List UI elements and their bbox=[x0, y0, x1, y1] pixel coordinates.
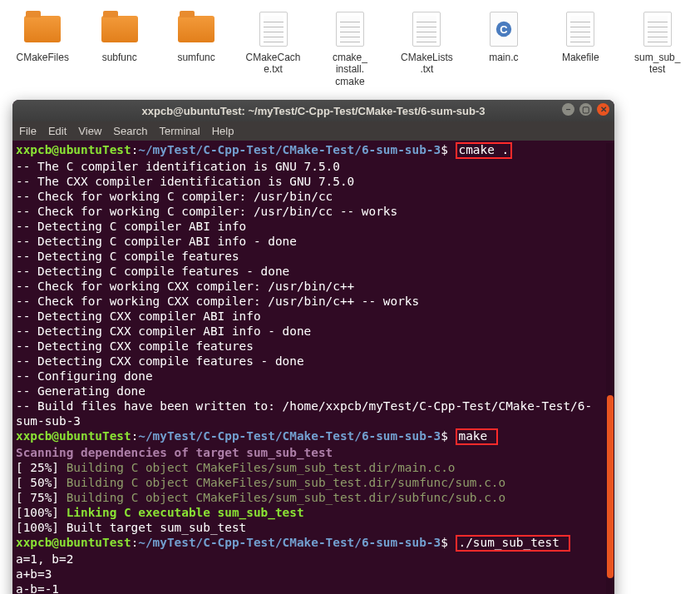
file-item[interactable]: Cmain.c bbox=[466, 8, 542, 87]
svg-text:C: C bbox=[500, 23, 507, 36]
file-item[interactable]: sumfunc bbox=[158, 8, 234, 87]
text-file-icon bbox=[336, 12, 364, 47]
highlight-run: ./sum_sub_test bbox=[456, 535, 570, 552]
file-label: cmake_ install. cmake bbox=[333, 52, 367, 87]
file-item[interactable]: Makefile bbox=[542, 8, 619, 87]
terminal-body[interactable]: xxpcb@ubuntuTest:~/myTest/C-Cpp-Test/CMa… bbox=[12, 141, 614, 594]
file-label: CMakeCach e.txt bbox=[246, 52, 301, 76]
minimize-button[interactable]: – bbox=[562, 103, 574, 116]
c-file-icon: C bbox=[490, 12, 518, 47]
menu-item-edit[interactable]: Edit bbox=[48, 125, 67, 137]
menu-item-file[interactable]: File bbox=[19, 125, 37, 137]
file-label: main.c bbox=[489, 52, 518, 63]
folder-icon bbox=[24, 14, 61, 44]
folder-icon bbox=[101, 14, 138, 44]
menu-item-search[interactable]: Search bbox=[113, 125, 147, 137]
window-title: xxpcb@ubuntuTest: ~/myTest/C-Cpp-Test/CM… bbox=[142, 105, 486, 117]
maximize-button[interactable]: ▢ bbox=[579, 103, 592, 116]
text-file-icon bbox=[412, 12, 441, 47]
folder-icon bbox=[178, 14, 214, 44]
file-item[interactable]: CMakeCach e.txt bbox=[234, 8, 311, 87]
menu-item-terminal[interactable]: Terminal bbox=[160, 125, 200, 137]
file-item[interactable]: sum_sub_ test bbox=[619, 8, 696, 87]
highlight-make: make bbox=[456, 428, 498, 445]
file-label: Makefile bbox=[562, 52, 599, 63]
terminal-window: xxpcb@ubuntuTest: ~/myTest/C-Cpp-Test/CM… bbox=[12, 100, 614, 594]
menu-item-view[interactable]: View bbox=[78, 125, 101, 137]
text-file-icon bbox=[566, 12, 594, 47]
window-controls: – ▢ ✕ bbox=[562, 103, 609, 116]
file-item[interactable]: CMakeFiles bbox=[4, 8, 81, 87]
window-titlebar[interactable]: xxpcb@ubuntuTest: ~/myTest/C-Cpp-Test/CM… bbox=[12, 100, 614, 121]
menu-item-help[interactable]: Help bbox=[212, 125, 234, 137]
file-label: CMakeFiles bbox=[17, 52, 69, 63]
file-manager-row: CMakeFilessubfuncsumfuncCMakeCach e.txtc… bbox=[0, 0, 700, 87]
menu-bar: FileEditViewSearchTerminalHelp bbox=[12, 121, 614, 141]
scrollbar[interactable] bbox=[606, 143, 614, 594]
file-item[interactable]: CMakeLists .txt bbox=[388, 8, 465, 87]
file-label: sum_sub_ test bbox=[634, 52, 680, 76]
file-item[interactable]: cmake_ install. cmake bbox=[312, 8, 388, 87]
file-label: subfunc bbox=[102, 52, 137, 63]
file-label: CMakeLists .txt bbox=[401, 52, 453, 76]
text-file-icon bbox=[259, 12, 288, 47]
file-item[interactable]: subfunc bbox=[81, 8, 157, 87]
scrollbar-thumb[interactable] bbox=[607, 395, 614, 578]
close-button[interactable]: ✕ bbox=[597, 103, 609, 116]
file-label: sumfunc bbox=[177, 52, 214, 63]
text-file-icon bbox=[643, 12, 672, 47]
highlight-cmake: cmake . bbox=[456, 142, 513, 159]
